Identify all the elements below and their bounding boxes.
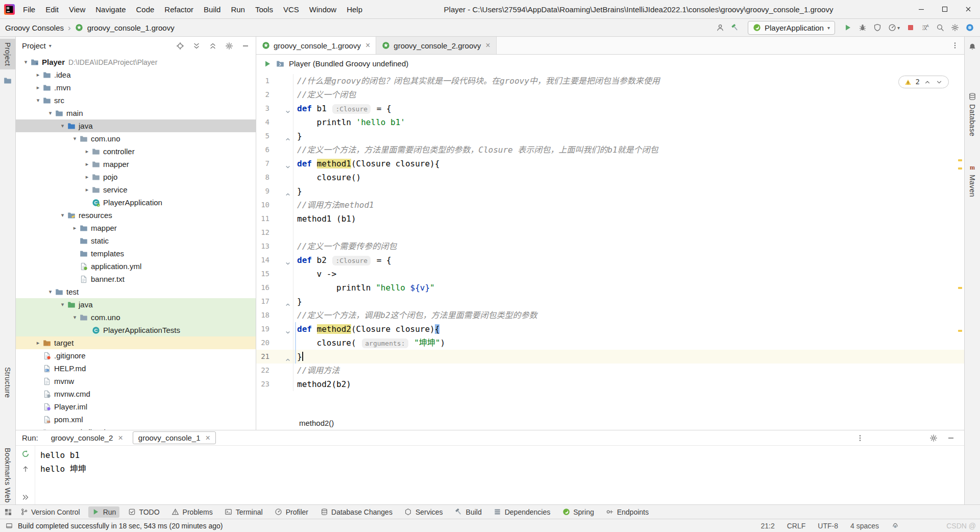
code-line-19[interactable]: 19def method2(Closure closure){ xyxy=(256,322,964,336)
menu-run[interactable]: Run xyxy=(226,0,250,18)
build-project-button[interactable] xyxy=(731,23,739,32)
code-line-17[interactable]: 17} xyxy=(256,295,964,308)
tool-button-structure[interactable]: Structure xyxy=(0,364,15,401)
tree-arrow-icon[interactable]: ▾ xyxy=(70,135,80,142)
tree-item-target[interactable]: ▸target xyxy=(16,336,256,349)
tree-arrow-icon[interactable]: ▸ xyxy=(82,161,92,167)
tree-item-idea[interactable]: ▸.idea xyxy=(16,68,256,81)
tool-button-bookmarks[interactable]: Bookmarks xyxy=(0,444,15,489)
hide-run-panel-icon[interactable] xyxy=(947,434,955,442)
caret-position[interactable]: 21:2 xyxy=(761,522,774,530)
tree-arrow-icon[interactable]: ▾ xyxy=(58,123,67,129)
tool-window-button-dependencies[interactable]: Dependencies xyxy=(490,506,554,518)
run-tab-groovy-console-1[interactable]: groovy_console_1× xyxy=(133,431,216,444)
tree-arrow-icon[interactable]: ▸ xyxy=(70,225,80,231)
tree-arrow-icon[interactable]: ▾ xyxy=(33,97,43,104)
warning-mark[interactable] xyxy=(958,159,962,161)
select-opened-file-icon[interactable] xyxy=(176,42,184,50)
tree-arrow-icon[interactable]: ▸ xyxy=(33,340,43,346)
error-stripe[interactable] xyxy=(958,72,963,416)
tree-item-src[interactable]: ▾src xyxy=(16,94,256,107)
tool-window-button-services[interactable]: Services xyxy=(401,506,447,518)
code-line-12[interactable]: 12 xyxy=(256,226,964,239)
code-line-2[interactable]: 2//定义一个闭包 xyxy=(256,88,964,102)
code-line-1[interactable]: 1//什么是groovy的闭包？闭包其实就是一段代码块。在groovy中，我们主… xyxy=(256,74,964,88)
menu-edit[interactable]: Edit xyxy=(40,0,64,18)
tree-arrow-icon[interactable]: ▸ xyxy=(33,429,43,430)
fold-down-icon[interactable] xyxy=(285,257,291,263)
code-line-11[interactable]: 11method1 (b1) xyxy=(256,212,964,226)
indent-style[interactable]: 4 spaces xyxy=(850,522,879,530)
run-settings-icon[interactable] xyxy=(929,434,938,442)
fold-up-icon[interactable] xyxy=(285,133,291,139)
execute-console-icon[interactable] xyxy=(263,60,272,68)
fold-up-icon[interactable] xyxy=(285,298,291,304)
minimize-button[interactable] xyxy=(910,0,933,18)
code-line-21[interactable]: 21} xyxy=(256,350,964,364)
code-with-me-button[interactable] xyxy=(966,23,974,32)
menu-navigate[interactable]: Navigate xyxy=(90,0,131,18)
run-more-options-icon[interactable] xyxy=(856,434,864,442)
debug-button[interactable] xyxy=(859,23,867,32)
tree-arrow-icon[interactable]: ▾ xyxy=(45,288,55,295)
inspections-widget[interactable]: 2 xyxy=(898,76,949,88)
inspections-profile-icon[interactable] xyxy=(891,522,899,530)
expand-all-icon[interactable] xyxy=(192,42,201,50)
tree-item-pom-xml[interactable]: mpom.xml xyxy=(16,413,256,426)
tool-window-button-todo[interactable]: TODO xyxy=(124,506,163,518)
tree-item-mvnw-cmd[interactable]: mvnw.cmd xyxy=(16,388,256,400)
tree-item-controller[interactable]: ▸controller xyxy=(16,145,256,158)
scroll-up-icon[interactable] xyxy=(21,465,30,473)
hide-panel-icon[interactable] xyxy=(241,42,250,50)
settings-button[interactable] xyxy=(951,23,959,32)
close-tab-icon[interactable]: × xyxy=(206,434,210,442)
code-line-6[interactable]: 6//定义一个方法，方法里面需要闭包类型的参数，Closure 表示闭包，上面叫… xyxy=(256,143,964,157)
menu-refactor[interactable]: Refactor xyxy=(159,0,199,18)
tree-item-service[interactable]: ▸service xyxy=(16,183,256,196)
line-separator[interactable]: CRLF xyxy=(787,522,806,530)
menu-vcs[interactable]: VCS xyxy=(278,0,304,18)
code-line-10[interactable]: 10//调用方法method1 xyxy=(256,198,964,212)
warning-mark[interactable] xyxy=(958,167,962,170)
tool-window-button-problems[interactable]: Problems xyxy=(168,506,216,518)
tree-item-external-libraries[interactable]: ▸External Libraries xyxy=(16,426,256,430)
tree-item-playerapplicationtests[interactable]: CPlayerApplicationTests xyxy=(16,324,256,336)
breadcrumb-method[interactable]: method2() xyxy=(299,419,334,427)
menu-code[interactable]: Code xyxy=(131,0,159,18)
profiler-button[interactable]: ▾ xyxy=(888,23,900,32)
fold-down-icon[interactable] xyxy=(285,326,291,332)
code-line-9[interactable]: 9} xyxy=(256,184,964,198)
tool-window-button-version-control[interactable]: Version Control xyxy=(16,506,84,518)
code-line-23[interactable]: 23method2(b2) xyxy=(256,377,964,391)
status-message[interactable]: Build completed successfully in 18 sec, … xyxy=(18,522,223,530)
file-encoding[interactable]: UTF-8 xyxy=(818,522,838,530)
tree-item-banner-txt[interactable]: banner.txt xyxy=(16,273,256,285)
panel-settings-icon[interactable] xyxy=(225,42,233,50)
tool-window-button-profiler[interactable]: Profiler xyxy=(271,506,312,518)
tree-item-mapper[interactable]: ▸mapper xyxy=(16,222,256,234)
prev-highlight-icon[interactable] xyxy=(923,78,932,86)
code-line-22[interactable]: 22//调用方法 xyxy=(256,364,964,377)
tree-item-playerapplication[interactable]: CPlayerApplication xyxy=(16,196,256,209)
expand-toolbar-icon[interactable] xyxy=(21,493,30,501)
menu-window[interactable]: Window xyxy=(304,0,341,18)
breadcrumb-file[interactable]: groovy_console_1.groovy xyxy=(87,23,175,32)
code-line-14[interactable]: 14def b2 :Closure = { xyxy=(256,253,964,267)
fold-down-icon[interactable] xyxy=(285,105,291,111)
tool-window-button-spring[interactable]: Spring xyxy=(558,506,597,518)
code-line-16[interactable]: 16 println "hello ${v}" xyxy=(256,281,964,295)
code-line-18[interactable]: 18//定义一个方法，调用b2这个闭包，方法里面需要闭包类型的参数 xyxy=(256,308,964,322)
close-button[interactable] xyxy=(957,0,980,18)
warning-mark[interactable] xyxy=(958,287,962,289)
tree-arrow-icon[interactable]: ▸ xyxy=(33,84,43,91)
tree-item-com-uno[interactable]: ▾com.uno xyxy=(16,132,256,145)
console-output[interactable]: hello b1hello 坤坤 xyxy=(35,446,964,504)
close-tab-icon[interactable]: × xyxy=(118,434,122,442)
menu-file[interactable]: File xyxy=(18,0,40,18)
tree-item-resources[interactable]: ▾resources xyxy=(16,209,256,222)
breadcrumb-consoles[interactable]: Groovy Consoles xyxy=(5,23,64,32)
menu-build[interactable]: Build xyxy=(199,0,226,18)
tool-window-button-endpoints[interactable]: Endpoints xyxy=(602,506,652,518)
editor-tab-groovy-console-2-groovy[interactable]: groovy_console_2.groovy× xyxy=(376,37,496,54)
tool-button-database[interactable]: Database xyxy=(965,89,980,140)
